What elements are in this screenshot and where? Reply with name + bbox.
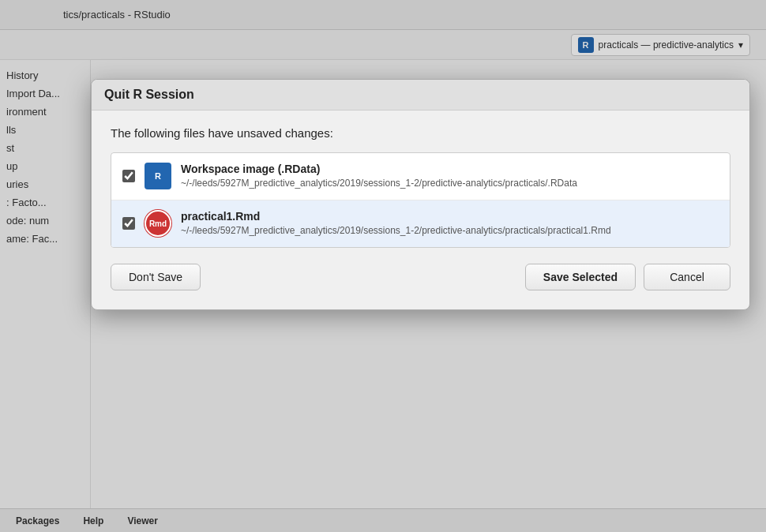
rdata-file-name: Workspace image (.RData)	[181, 163, 577, 175]
rdata-file-details: Workspace image (.RData) ~/-/leeds/5927M…	[181, 163, 577, 190]
dialog-title: Quit R Session	[104, 88, 194, 101]
dialog-titlebar: Quit R Session	[92, 80, 749, 111]
dialog-body: The following files have unsaved changes…	[92, 111, 749, 309]
rdata-icon: R	[145, 163, 171, 189]
rdata-checkbox[interactable]	[122, 170, 135, 182]
save-selected-button[interactable]: Save Selected	[525, 264, 636, 290]
dialog-buttons: Don't Save Save Selected Cancel	[111, 264, 730, 294]
files-list: R Workspace image (.RData) ~/-/leeds/592…	[111, 152, 730, 248]
quit-r-session-dialog: Quit R Session The following files have …	[91, 79, 750, 310]
rmd-file-details: practical1.Rmd ~/-/leeds/5927M_predictiv…	[181, 210, 611, 238]
rmd-checkbox[interactable]	[122, 217, 135, 230]
cancel-button[interactable]: Cancel	[644, 264, 730, 290]
dont-save-button[interactable]: Don't Save	[111, 264, 201, 290]
rmd-icon-label: Rmd	[149, 219, 167, 228]
dialog-message: The following files have unsaved changes…	[111, 126, 730, 140]
rmd-icon: Rmd	[145, 210, 171, 237]
rmd-file-path: ~/-/leeds/5927M_predictive_analytics/201…	[181, 224, 611, 238]
rmd-file-name: practical1.Rmd	[181, 210, 611, 223]
rdata-file-path: ~/-/leeds/5927M_predictive_analytics/201…	[181, 177, 577, 190]
file-item-rdata: R Workspace image (.RData) ~/-/leeds/592…	[111, 153, 730, 200]
file-item-rmd: Rmd practical1.Rmd ~/-/leeds/5927M_predi…	[111, 200, 730, 247]
rdata-icon-label: R	[155, 171, 161, 181]
